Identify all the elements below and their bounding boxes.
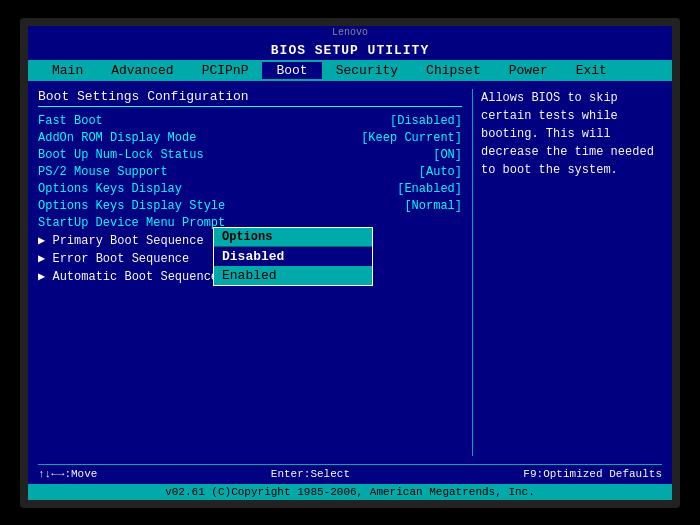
ps2-mouse-label: PS/2 Mouse Support <box>38 165 168 179</box>
options-keys-style-value: [Normal] <box>404 199 462 213</box>
content-area: Boot Settings Configuration Fast Boot [D… <box>28 81 672 460</box>
options-keys-value: [Enabled] <box>397 182 462 196</box>
options-keys-style-label: Options Keys Display Style <box>38 199 225 213</box>
menu-item-boot[interactable]: Boot <box>262 62 321 79</box>
numlock-value: [ON] <box>433 148 462 162</box>
logo-text: Lenovo <box>332 27 368 38</box>
menu-item-chipset[interactable]: Chipset <box>412 62 495 79</box>
arrow-error-icon: ▶ <box>38 252 45 266</box>
right-panel: Allows BIOS to skip certain tests while … <box>472 89 662 456</box>
arrow-error-label: Error Boot Sequence <box>52 252 189 266</box>
left-panel: Boot Settings Configuration Fast Boot [D… <box>38 89 462 456</box>
menu-item-power[interactable]: Power <box>495 62 562 79</box>
bios-screen: Lenovo BIOS SETUP UTILITY Main Advanced … <box>28 26 672 500</box>
startup-menu-label: StartUp Device Menu Prompt <box>38 216 225 230</box>
setting-numlock[interactable]: Boot Up Num-Lock Status [ON] <box>38 147 462 163</box>
setting-addon-rom[interactable]: AddOn ROM Display Mode [Keep Current] <box>38 130 462 146</box>
fast-boot-label: Fast Boot <box>38 114 103 128</box>
setting-ps2-mouse[interactable]: PS/2 Mouse Support [Auto] <box>38 164 462 180</box>
dropdown-header: Options <box>214 228 372 247</box>
ps2-mouse-value: [Auto] <box>419 165 462 179</box>
menu-item-advanced[interactable]: Advanced <box>97 62 187 79</box>
menu-item-exit[interactable]: Exit <box>562 62 621 79</box>
arrow-auto-icon: ▶ <box>38 270 45 284</box>
numlock-label: Boot Up Num-Lock Status <box>38 148 204 162</box>
dropdown-item-enabled[interactable]: Enabled <box>214 266 372 285</box>
addon-rom-label: AddOn ROM Display Mode <box>38 131 196 145</box>
monitor: Lenovo BIOS SETUP UTILITY Main Advanced … <box>20 18 680 508</box>
setting-fast-boot[interactable]: Fast Boot [Disabled] <box>38 113 462 129</box>
dropdown-item-disabled[interactable]: Disabled <box>214 247 372 266</box>
arrow-auto-label: Automatic Boot Sequence <box>52 270 218 284</box>
addon-rom-value: [Keep Current] <box>361 131 462 145</box>
fast-boot-value: [Disabled] <box>390 114 462 128</box>
menu-item-pcipnp[interactable]: PCIPnP <box>188 62 263 79</box>
nav-hint-defaults: F9:Optimized Defaults <box>523 468 662 480</box>
menu-item-security[interactable]: Security <box>322 62 412 79</box>
menu-bar: Main Advanced PCIPnP Boot Security Chips… <box>28 60 672 81</box>
section-title: Boot Settings Configuration <box>38 89 462 107</box>
help-text: Allows BIOS to skip certain tests while … <box>481 91 654 177</box>
footer: ↑↓←→:Move Enter:Select F9:Optimized Defa… <box>28 460 672 484</box>
footer-nav: ↑↓←→:Move Enter:Select F9:Optimized Defa… <box>38 464 662 480</box>
menu-item-main[interactable]: Main <box>38 62 97 79</box>
logo-area: Lenovo <box>28 26 672 39</box>
copyright-text: v02.61 (C)Copyright 1985-2006, American … <box>165 486 535 498</box>
arrow-primary-label: Primary Boot Sequence <box>52 234 203 248</box>
nav-hint-select: Enter:Select <box>271 468 350 480</box>
nav-hint-move: ↑↓←→:Move <box>38 468 97 480</box>
copyright-bar: v02.61 (C)Copyright 1985-2006, American … <box>28 484 672 500</box>
options-keys-label: Options Keys Display <box>38 182 182 196</box>
bios-title: BIOS SETUP UTILITY <box>271 43 429 58</box>
arrow-primary-icon: ▶ <box>38 234 45 248</box>
setting-options-keys[interactable]: Options Keys Display [Enabled] <box>38 181 462 197</box>
title-bar: BIOS SETUP UTILITY <box>28 39 672 60</box>
dropdown-popup: Options Disabled Enabled <box>213 227 373 286</box>
setting-options-keys-style[interactable]: Options Keys Display Style [Normal] <box>38 198 462 214</box>
